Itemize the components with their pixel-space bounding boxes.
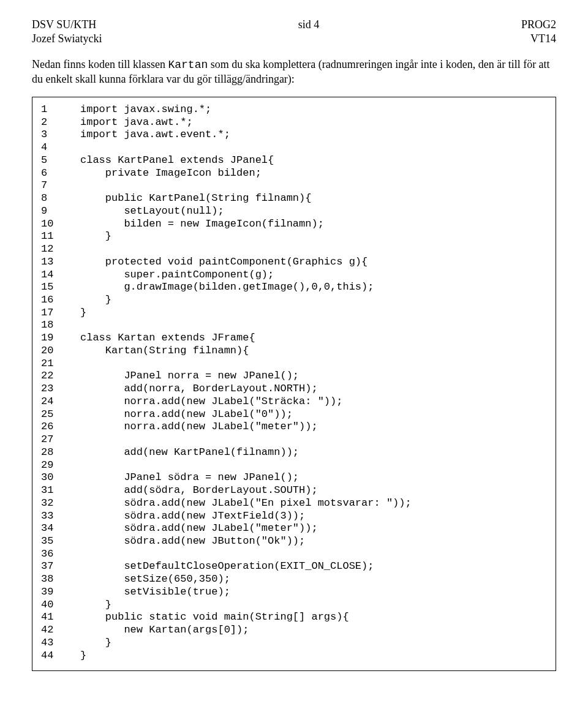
- line-number: 17: [41, 307, 80, 320]
- line-content: import java.awt.event.*;: [80, 129, 230, 141]
- line-number: 20: [41, 345, 80, 358]
- line-number: 34: [41, 522, 80, 535]
- line-content: södra.add(new JTextField(3));: [80, 510, 305, 523]
- line-content: import javax.swing.*;: [80, 103, 211, 116]
- line-number: 30: [41, 471, 80, 484]
- line-number: 3: [41, 129, 80, 141]
- line-content: add(södra, BorderLayout.SOUTH);: [80, 484, 318, 497]
- code-line: 37 setDefaultCloseOperation(EXIT_ON_CLOS…: [41, 560, 547, 573]
- line-number: 1: [41, 103, 80, 116]
- code-line: 26 norra.add(new JLabel("meter"));: [41, 421, 547, 433]
- code-line: 3import java.awt.event.*;: [41, 129, 547, 141]
- line-content: Kartan(String filnamn){: [80, 345, 249, 358]
- code-line: 34 södra.add(new JLabel("meter"));: [41, 522, 547, 535]
- line-number: 38: [41, 573, 80, 586]
- code-line: 31 add(södra, BorderLayout.SOUTH);: [41, 484, 547, 497]
- line-number: 4: [41, 141, 80, 154]
- header-right: PROG2: [521, 18, 556, 31]
- line-number: 2: [41, 116, 80, 129]
- code-line: 19class Kartan extends JFrame{: [41, 332, 547, 345]
- code-line: 17}: [41, 307, 547, 320]
- line-number: 31: [41, 484, 80, 497]
- line-content: bilden = new ImageIcon(filnamn);: [80, 218, 324, 231]
- line-number: 11: [41, 230, 80, 243]
- code-line: 16 }: [41, 294, 547, 307]
- code-line: 28 add(new KartPanel(filnamn));: [41, 446, 547, 459]
- line-number: 12: [41, 243, 80, 256]
- line-content: new Kartan(args[0]);: [80, 624, 249, 637]
- line-content: södra.add(new JButton("Ok"));: [80, 535, 305, 548]
- line-number: 18: [41, 319, 80, 332]
- line-content: class Kartan extends JFrame{: [80, 332, 255, 345]
- line-number: 8: [41, 192, 80, 205]
- line-number: 21: [41, 358, 80, 370]
- code-line: 1import javax.swing.*;: [41, 103, 547, 116]
- page-header: DSV SU/KTH sid 4 PROG2: [32, 18, 556, 31]
- line-content: setVisible(true);: [80, 586, 230, 599]
- line-number: 37: [41, 560, 80, 573]
- code-line: 41 public static void main(String[] args…: [41, 611, 547, 624]
- line-content: setDefaultCloseOperation(EXIT_ON_CLOSE);: [80, 560, 374, 573]
- line-content: södra.add(new JLabel("En pixel motsvarar…: [80, 497, 412, 510]
- line-number: 23: [41, 383, 80, 396]
- line-number: 32: [41, 497, 80, 510]
- line-content: g.drawImage(bilden.getImage(),0,0,this);: [80, 281, 374, 294]
- line-number: 27: [41, 433, 80, 446]
- code-line: 23 add(norra, BorderLayout.NORTH);: [41, 383, 547, 396]
- header-center: sid 4: [298, 18, 320, 31]
- line-content: add(new KartPanel(filnamn));: [80, 446, 299, 459]
- code-line: 36: [41, 548, 547, 561]
- code-line: 12: [41, 243, 547, 256]
- line-content: }: [80, 599, 111, 612]
- line-content: norra.add(new JLabel("0"));: [80, 408, 293, 421]
- code-line: 13 protected void paintComponent(Graphic…: [41, 256, 547, 269]
- code-line: 42 new Kartan(args[0]);: [41, 624, 547, 637]
- line-number: 24: [41, 396, 80, 408]
- code-line: 11 }: [41, 230, 547, 243]
- code-line: 10 bilden = new ImageIcon(filnamn);: [41, 218, 547, 231]
- line-content: norra.add(new JLabel("meter"));: [80, 421, 318, 433]
- line-content: super.paintComponent(g);: [80, 269, 274, 282]
- code-line: 7: [41, 179, 547, 192]
- class-name-inline: Kartan: [168, 59, 208, 71]
- code-line: 14 super.paintComponent(g);: [41, 269, 547, 282]
- code-line: 27: [41, 433, 547, 446]
- code-line: 40 }: [41, 599, 547, 612]
- code-line: 43 }: [41, 637, 547, 650]
- line-content: }: [80, 637, 111, 650]
- code-line: 24 norra.add(new JLabel("Sträcka: "));: [41, 396, 547, 408]
- line-number: 26: [41, 421, 80, 433]
- line-number: 43: [41, 637, 80, 650]
- line-number: 7: [41, 179, 80, 192]
- code-line: 38 setSize(650,350);: [41, 573, 547, 586]
- line-number: 41: [41, 611, 80, 624]
- line-number: 36: [41, 548, 80, 561]
- line-number: 39: [41, 586, 80, 599]
- code-listing: 1import javax.swing.*;2import java.awt.*…: [32, 97, 556, 671]
- code-line: 9 setLayout(null);: [41, 205, 547, 218]
- code-line: 29: [41, 459, 547, 472]
- code-line: 20 Kartan(String filnamn){: [41, 345, 547, 358]
- line-content: }: [80, 294, 111, 307]
- subheader-left: Jozef Swiatycki: [32, 32, 102, 45]
- line-number: 28: [41, 446, 80, 459]
- line-number: 10: [41, 218, 80, 231]
- line-number: 44: [41, 650, 80, 662]
- page-subheader: Jozef Swiatycki VT14: [32, 32, 556, 45]
- code-line: 30 JPanel södra = new JPanel();: [41, 471, 547, 484]
- line-number: 42: [41, 624, 80, 637]
- line-number: 19: [41, 332, 80, 345]
- code-line: 25 norra.add(new JLabel("0"));: [41, 408, 547, 421]
- line-content: }: [80, 230, 111, 243]
- code-line: 32 södra.add(new JLabel("En pixel motsva…: [41, 497, 547, 510]
- line-number: 14: [41, 269, 80, 282]
- code-line: 39 setVisible(true);: [41, 586, 547, 599]
- line-content: }: [80, 650, 86, 662]
- code-line: 6 private ImageIcon bilden;: [41, 167, 547, 180]
- line-content: södra.add(new JLabel("meter"));: [80, 522, 318, 535]
- code-line: 18: [41, 319, 547, 332]
- line-number: 35: [41, 535, 80, 548]
- code-line: 4: [41, 141, 547, 154]
- line-number: 22: [41, 370, 80, 383]
- code-line: 22 JPanel norra = new JPanel();: [41, 370, 547, 383]
